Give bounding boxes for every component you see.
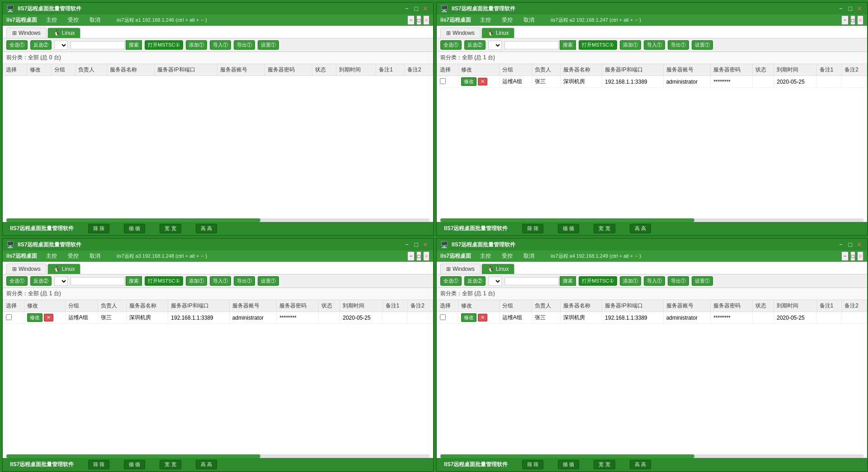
table-container[interactable]: 选择修改分组负责人服务器名称服务器IP和端口服务器账号服务器密码状态到期时间备注… <box>437 64 867 218</box>
tab-linux[interactable]: 🐧 Linux <box>481 28 515 38</box>
reverse-select-button[interactable]: 反选② <box>30 276 52 286</box>
reverse-select-button[interactable]: 反选② <box>464 40 486 50</box>
search-input[interactable] <box>71 41 125 49</box>
export-button[interactable]: 导出① <box>668 276 689 286</box>
window-close-button[interactable]: ✕ <box>423 251 429 261</box>
select-all-button[interactable]: 全选① <box>440 276 462 286</box>
menu-item-取消[interactable]: 取消 <box>88 15 102 25</box>
window-close-button[interactable]: ✕ <box>423 15 429 25</box>
scrollbar[interactable] <box>6 454 429 458</box>
search-input[interactable] <box>71 277 125 285</box>
search-input[interactable] <box>505 277 559 285</box>
select-all-button[interactable]: 全选① <box>440 40 462 50</box>
tab-windows[interactable]: ⊞ Windows <box>6 28 47 38</box>
cycle-status-button[interactable]: 循 循 <box>124 460 145 469</box>
window-minimize-button[interactable]: － <box>407 15 415 25</box>
export-button[interactable]: 导出① <box>668 40 689 50</box>
open-mstsc-button[interactable]: 打开MSTSC① <box>145 40 183 50</box>
restore-button[interactable]: □ <box>847 5 854 13</box>
open-mstsc-button[interactable]: 打开MSTSC① <box>579 40 617 50</box>
filter-dropdown[interactable] <box>54 277 68 286</box>
search-button[interactable]: 搜索 <box>126 276 142 286</box>
cycle-status-button[interactable]: 循 循 <box>558 224 579 233</box>
edit-button[interactable]: 修改 <box>461 77 476 86</box>
window-maximize-button[interactable]: □ <box>416 15 421 25</box>
tab-linux[interactable]: 🐧 Linux <box>481 264 515 274</box>
height-status-button[interactable]: 高 高 <box>196 224 217 233</box>
cycle-status-button[interactable]: 循 循 <box>124 224 145 233</box>
add-button[interactable]: 添加① <box>620 40 641 50</box>
search-input[interactable] <box>505 41 559 49</box>
height-status-button[interactable]: 高 高 <box>196 460 217 469</box>
settings-button[interactable]: 设置① <box>258 276 279 286</box>
delete-button[interactable]: ✕ <box>44 314 53 321</box>
import-button[interactable]: 导入① <box>644 276 665 286</box>
width-status-button[interactable]: 宽 宽 <box>160 460 181 469</box>
import-button[interactable]: 导入① <box>210 40 231 50</box>
minimize-button[interactable]: － <box>836 241 845 249</box>
restore-button[interactable]: □ <box>847 241 854 249</box>
export-button[interactable]: 导出① <box>234 40 255 50</box>
add-button[interactable]: 添加① <box>186 276 207 286</box>
search-button[interactable]: 搜索 <box>560 40 576 50</box>
scrollbar[interactable] <box>440 218 863 222</box>
open-mstsc-button[interactable]: 打开MSTSC① <box>579 276 617 286</box>
window-maximize-button[interactable]: □ <box>416 251 421 261</box>
restore-button[interactable]: □ <box>413 241 420 249</box>
open-mstsc-button[interactable]: 打开MSTSC① <box>145 276 183 286</box>
restore-button[interactable]: □ <box>413 5 420 13</box>
minimize-button[interactable]: － <box>402 241 411 249</box>
scrollbar-thumb[interactable] <box>440 454 694 458</box>
menu-item-受控[interactable]: 受控 <box>500 251 514 261</box>
tab-linux[interactable]: 🐧 Linux <box>47 264 81 274</box>
filter-status-button[interactable]: 筛 筛 <box>88 460 109 469</box>
menu-item-主控[interactable]: 主控 <box>478 251 493 261</box>
scrollbar-thumb[interactable] <box>6 218 260 222</box>
scrollbar[interactable] <box>440 454 863 458</box>
minimize-button[interactable]: － <box>836 5 845 13</box>
row-checkbox[interactable] <box>440 314 446 320</box>
select-all-button[interactable]: 全选① <box>6 40 28 50</box>
window-close-button[interactable]: ✕ <box>857 251 863 261</box>
search-button[interactable]: 搜索 <box>126 40 142 50</box>
window-minimize-button[interactable]: － <box>841 251 849 261</box>
tab-windows[interactable]: ⊞ Windows <box>440 28 481 38</box>
window-minimize-button[interactable]: － <box>407 251 415 261</box>
add-button[interactable]: 添加① <box>620 276 641 286</box>
filter-dropdown[interactable] <box>488 41 502 50</box>
table-container[interactable]: 选择修改分组负责人服务器名称服务器IP和端口服务器账号服务器密码状态到期时间备注… <box>3 300 433 454</box>
edit-button[interactable]: 修改 <box>27 313 42 322</box>
filter-dropdown[interactable] <box>488 277 502 286</box>
width-status-button[interactable]: 宽 宽 <box>594 224 615 233</box>
close-button[interactable]: ✕ <box>421 241 429 249</box>
reverse-select-button[interactable]: 反选② <box>30 40 52 50</box>
close-button[interactable]: ✕ <box>855 241 863 249</box>
add-button[interactable]: 添加① <box>186 40 207 50</box>
window-minimize-button[interactable]: － <box>841 15 849 25</box>
delete-button[interactable]: ✕ <box>478 78 487 85</box>
reverse-select-button[interactable]: 反选② <box>464 276 486 286</box>
menu-item-主控[interactable]: 主控 <box>478 15 493 25</box>
close-button[interactable]: ✕ <box>421 5 429 13</box>
scrollbar[interactable] <box>6 218 429 222</box>
import-button[interactable]: 导入① <box>210 276 231 286</box>
row-checkbox[interactable] <box>440 78 446 84</box>
menu-item-受控[interactable]: 受控 <box>500 15 514 25</box>
width-status-button[interactable]: 宽 宽 <box>594 460 615 469</box>
menu-item-受控[interactable]: 受控 <box>66 251 80 261</box>
menu-item-取消[interactable]: 取消 <box>522 251 536 261</box>
select-all-button[interactable]: 全选① <box>6 276 28 286</box>
import-button[interactable]: 导入① <box>644 40 665 50</box>
menu-item-主控[interactable]: 主控 <box>44 251 59 261</box>
close-button[interactable]: ✕ <box>855 5 863 13</box>
tab-windows[interactable]: ⊞ Windows <box>440 264 481 274</box>
filter-dropdown[interactable] <box>54 41 68 50</box>
menu-item-取消[interactable]: 取消 <box>88 251 102 261</box>
minimize-button[interactable]: － <box>402 5 411 13</box>
menu-item-取消[interactable]: 取消 <box>522 15 536 25</box>
delete-button[interactable]: ✕ <box>478 314 487 321</box>
edit-button[interactable]: 修改 <box>461 313 476 322</box>
search-button[interactable]: 搜索 <box>560 276 576 286</box>
settings-button[interactable]: 设置① <box>692 40 713 50</box>
export-button[interactable]: 导出① <box>234 276 255 286</box>
